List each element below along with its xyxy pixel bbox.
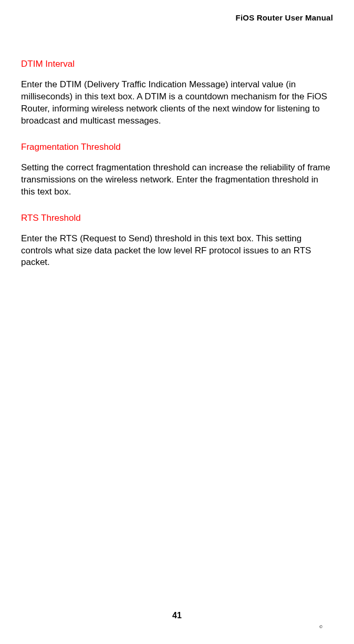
section-dtim: DTIM Interval Enter the DTIM (Delivery T… [21, 59, 333, 127]
document-header: FiOS Router User Manual [21, 13, 333, 22]
section-body-fragmentation: Setting the correct fragmentation thresh… [21, 162, 333, 198]
section-heading-rts: RTS Threshold [21, 213, 333, 223]
page-number: 41 [172, 611, 182, 620]
section-fragmentation: Fragmentation Threshold Setting the corr… [21, 142, 333, 198]
section-heading-dtim: DTIM Interval [21, 59, 333, 69]
section-body-rts: Enter the RTS (Request to Send) threshol… [21, 233, 333, 269]
section-rts: RTS Threshold Enter the RTS (Request to … [21, 213, 333, 269]
copyright-symbol: © [319, 625, 322, 629]
section-body-dtim: Enter the DTIM (Delivery Traffic Indicat… [21, 79, 333, 127]
page-container: FiOS Router User Manual DTIM Interval En… [0, 0, 354, 644]
section-heading-fragmentation: Fragmentation Threshold [21, 142, 333, 152]
